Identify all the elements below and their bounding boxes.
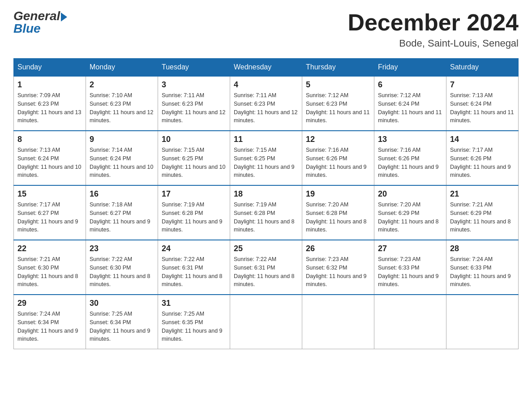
day-info: Sunrise: 7:15 AMSunset: 6:25 PMDaylight:… [234,147,295,178]
month-year-title: December 2024 [348,9,519,36]
day-number: 20 [378,189,442,199]
day-number: 18 [234,189,298,199]
day-info: Sunrise: 7:15 AMSunset: 6:25 PMDaylight:… [162,147,225,178]
day-number: 26 [306,244,370,253]
calendar-day-cell: 1 Sunrise: 7:09 AMSunset: 6:23 PMDayligh… [14,76,86,131]
title-section: December 2024 Bode, Saint-Louis, Senegal [348,9,519,49]
day-info: Sunrise: 7:19 AMSunset: 6:28 PMDaylight:… [234,201,295,233]
day-number: 3 [162,80,226,90]
day-info: Sunrise: 7:19 AMSunset: 6:28 PMDaylight:… [162,201,223,233]
logo: General Blue [13,9,67,36]
day-info: Sunrise: 7:21 AMSunset: 6:30 PMDaylight:… [17,256,78,287]
calendar-day-cell [374,295,446,349]
calendar-day-cell: 3 Sunrise: 7:11 AMSunset: 6:23 PMDayligh… [158,76,230,131]
calendar-week-row: 22 Sunrise: 7:21 AMSunset: 6:30 PMDaylig… [14,240,519,295]
day-of-week-header: Sunday [14,59,86,77]
calendar-day-cell: 11 Sunrise: 7:15 AMSunset: 6:25 PMDaylig… [230,131,302,185]
day-number: 27 [378,244,442,253]
calendar-day-cell: 24 Sunrise: 7:22 AMSunset: 6:31 PMDaylig… [158,240,230,295]
day-number: 16 [90,189,154,199]
day-number: 23 [90,244,154,253]
day-number: 21 [450,189,515,199]
day-number: 5 [306,80,370,90]
calendar-day-cell: 14 Sunrise: 7:17 AMSunset: 6:26 PMDaylig… [446,131,519,185]
day-info: Sunrise: 7:17 AMSunset: 6:27 PMDaylight:… [17,201,78,233]
day-of-week-header: Thursday [302,59,374,77]
calendar-day-cell [302,295,374,349]
day-info: Sunrise: 7:22 AMSunset: 6:30 PMDaylight:… [90,256,150,287]
day-of-week-header: Friday [374,59,446,77]
calendar-header-row: SundayMondayTuesdayWednesdayThursdayFrid… [14,59,519,77]
calendar-week-row: 15 Sunrise: 7:17 AMSunset: 6:27 PMDaylig… [14,185,519,240]
calendar-week-row: 8 Sunrise: 7:13 AMSunset: 6:24 PMDayligh… [14,131,519,185]
calendar-day-cell: 25 Sunrise: 7:22 AMSunset: 6:31 PMDaylig… [230,240,302,295]
day-info: Sunrise: 7:24 AMSunset: 6:33 PMDaylight:… [450,256,511,287]
calendar-day-cell: 19 Sunrise: 7:20 AMSunset: 6:28 PMDaylig… [302,185,374,240]
day-of-week-header: Monday [86,59,158,77]
calendar-week-row: 29 Sunrise: 7:24 AMSunset: 6:34 PMDaylig… [14,295,519,349]
logo-arrow-icon [61,13,67,21]
calendar-day-cell: 15 Sunrise: 7:17 AMSunset: 6:27 PMDaylig… [14,185,86,240]
calendar-day-cell: 10 Sunrise: 7:15 AMSunset: 6:25 PMDaylig… [158,131,230,185]
day-number: 24 [162,244,226,253]
calendar-day-cell: 29 Sunrise: 7:24 AMSunset: 6:34 PMDaylig… [14,295,86,349]
day-info: Sunrise: 7:10 AMSunset: 6:23 PMDaylight:… [90,92,153,124]
calendar-day-cell: 5 Sunrise: 7:12 AMSunset: 6:23 PMDayligh… [302,76,374,131]
location-subtitle: Bode, Saint-Louis, Senegal [348,38,519,49]
page-header: General Blue December 2024 Bode, Saint-L… [13,9,519,49]
day-of-week-header: Saturday [446,59,519,77]
calendar-day-cell: 27 Sunrise: 7:23 AMSunset: 6:33 PMDaylig… [374,240,446,295]
calendar-day-cell: 21 Sunrise: 7:21 AMSunset: 6:29 PMDaylig… [446,185,519,240]
calendar-day-cell: 16 Sunrise: 7:18 AMSunset: 6:27 PMDaylig… [86,185,158,240]
calendar-day-cell: 18 Sunrise: 7:19 AMSunset: 6:28 PMDaylig… [230,185,302,240]
calendar-day-cell [446,295,519,349]
day-number: 7 [450,80,515,90]
logo-blue-text: Blue [13,21,41,36]
calendar-day-cell: 22 Sunrise: 7:21 AMSunset: 6:30 PMDaylig… [14,240,86,295]
calendar-table: SundayMondayTuesdayWednesdayThursdayFrid… [13,58,519,349]
day-number: 15 [17,189,82,199]
day-number: 8 [17,135,82,144]
day-info: Sunrise: 7:20 AMSunset: 6:28 PMDaylight:… [306,201,367,233]
calendar-day-cell: 4 Sunrise: 7:11 AMSunset: 6:23 PMDayligh… [230,76,302,131]
day-info: Sunrise: 7:17 AMSunset: 6:26 PMDaylight:… [450,147,511,178]
calendar-day-cell: 6 Sunrise: 7:12 AMSunset: 6:24 PMDayligh… [374,76,446,131]
day-info: Sunrise: 7:23 AMSunset: 6:33 PMDaylight:… [378,256,439,287]
calendar-day-cell: 30 Sunrise: 7:25 AMSunset: 6:34 PMDaylig… [86,295,158,349]
day-number: 14 [450,135,515,144]
calendar-day-cell: 26 Sunrise: 7:23 AMSunset: 6:32 PMDaylig… [302,240,374,295]
day-info: Sunrise: 7:22 AMSunset: 6:31 PMDaylight:… [162,256,223,287]
day-info: Sunrise: 7:12 AMSunset: 6:23 PMDaylight:… [306,92,369,124]
calendar-day-cell: 8 Sunrise: 7:13 AMSunset: 6:24 PMDayligh… [14,131,86,185]
day-number: 29 [17,299,82,308]
day-info: Sunrise: 7:14 AMSunset: 6:24 PMDaylight:… [90,147,153,178]
day-of-week-header: Wednesday [230,59,302,77]
calendar-day-cell [230,295,302,349]
calendar-day-cell: 20 Sunrise: 7:20 AMSunset: 6:29 PMDaylig… [374,185,446,240]
day-info: Sunrise: 7:25 AMSunset: 6:35 PMDaylight:… [162,311,223,342]
day-number: 19 [306,189,370,199]
day-number: 30 [90,299,154,308]
day-info: Sunrise: 7:12 AMSunset: 6:24 PMDaylight:… [378,92,442,124]
calendar-week-row: 1 Sunrise: 7:09 AMSunset: 6:23 PMDayligh… [14,76,519,131]
day-info: Sunrise: 7:20 AMSunset: 6:29 PMDaylight:… [378,201,439,233]
day-number: 4 [234,80,298,90]
day-number: 13 [378,135,442,144]
day-number: 9 [90,135,154,144]
day-number: 6 [378,80,442,90]
day-info: Sunrise: 7:11 AMSunset: 6:23 PMDaylight:… [234,92,297,124]
day-number: 1 [17,80,82,90]
day-number: 22 [17,244,82,253]
day-number: 25 [234,244,298,253]
day-info: Sunrise: 7:18 AMSunset: 6:27 PMDaylight:… [90,201,150,233]
day-info: Sunrise: 7:23 AMSunset: 6:32 PMDaylight:… [306,256,367,287]
calendar-day-cell: 28 Sunrise: 7:24 AMSunset: 6:33 PMDaylig… [446,240,519,295]
calendar-day-cell: 12 Sunrise: 7:16 AMSunset: 6:26 PMDaylig… [302,131,374,185]
calendar-day-cell: 17 Sunrise: 7:19 AMSunset: 6:28 PMDaylig… [158,185,230,240]
day-number: 31 [162,299,226,308]
day-number: 11 [234,135,298,144]
calendar-day-cell: 31 Sunrise: 7:25 AMSunset: 6:35 PMDaylig… [158,295,230,349]
day-info: Sunrise: 7:13 AMSunset: 6:24 PMDaylight:… [450,92,514,124]
day-info: Sunrise: 7:16 AMSunset: 6:26 PMDaylight:… [306,147,367,178]
calendar-day-cell: 23 Sunrise: 7:22 AMSunset: 6:30 PMDaylig… [86,240,158,295]
